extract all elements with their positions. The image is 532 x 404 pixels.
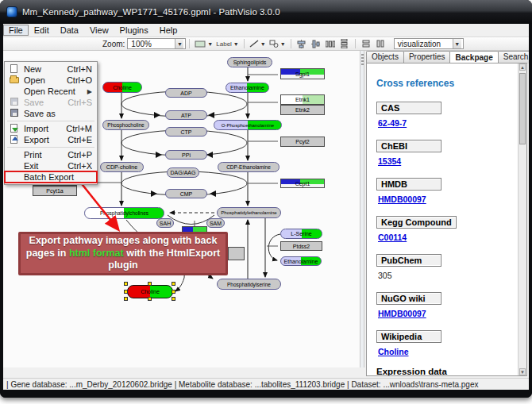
save-as-icon — [8, 109, 21, 118]
selection-handle[interactable] — [124, 282, 128, 286]
pathway-node-ppi[interactable]: PPi — [165, 150, 207, 160]
pathway-node-etnk2[interactable]: Etnk2 — [280, 105, 325, 115]
window-frame-bottom — [0, 390, 532, 398]
menu-item-open-recent[interactable]: Open Recent▶ — [5, 86, 97, 97]
zoom-combobox[interactable]: 100% ▼ — [127, 38, 186, 49]
distribute-vertical-icon — [340, 39, 349, 48]
menu-separator — [7, 121, 94, 121]
pathway-node-cmp[interactable]: CMP — [165, 189, 207, 198]
xref-header: PubChem — [376, 254, 441, 267]
menu-item-exit[interactable]: ExitCtrl+X — [5, 160, 97, 171]
panel-scroll-thumb[interactable] — [519, 73, 526, 144]
menu-item-new[interactable]: NewCtrl+N — [5, 63, 97, 75]
chevron-down-icon[interactable]: ▼ — [175, 39, 183, 48]
align-middle-button[interactable] — [310, 38, 322, 49]
menu-item-import[interactable]: ImportCtrl+M — [5, 123, 97, 134]
selection-handle[interactable] — [124, 297, 128, 301]
tab-properties[interactable]: Properties — [403, 51, 451, 63]
pathway-node-dag-aag[interactable]: DAG/AAG — [167, 167, 199, 178]
pathway-node-ethanolamine-top[interactable]: Ethanolamine — [226, 83, 269, 93]
pathway-node-ptdss2[interactable]: Ptdss2 — [280, 241, 322, 251]
xref-header: CAS — [376, 102, 441, 114]
stack-vertical-button[interactable] — [360, 38, 372, 49]
stack-horizontal-icon — [376, 40, 385, 48]
chevron-down-icon[interactable]: ▼ — [453, 39, 461, 48]
selection-handle[interactable] — [172, 282, 175, 286]
datanode-tool-button[interactable]: ▼ — [194, 38, 214, 49]
distribute-horizontal-button[interactable] — [324, 38, 337, 49]
menu-file[interactable]: File — [3, 25, 29, 36]
menu-item-print[interactable]: PrintCtrl+P — [5, 149, 97, 160]
menu-item-export[interactable]: ExportCtrl+E — [5, 134, 97, 145]
pathway-node-pcyt2[interactable]: Pcyt2 — [280, 137, 325, 147]
pathway-node-sam[interactable]: SAM — [206, 218, 225, 228]
xref-section-wikipedia: WikipediaCholine — [376, 329, 517, 356]
pathway-node-cdp-ethanolamine[interactable]: CDP-Ethanolamine — [218, 162, 279, 172]
pathway-node-choline-top[interactable]: Choline — [102, 82, 142, 93]
selection-handle[interactable] — [172, 297, 175, 301]
pathway-node-l-serine[interactable]: L-Serine — [280, 229, 322, 239]
xref-header: Kegg Compound — [376, 216, 457, 229]
xref-link[interactable]: Choline — [378, 347, 517, 356]
tab-objects[interactable]: Objects — [366, 51, 404, 63]
submenu-arrow-icon: ▶ — [87, 88, 92, 95]
pathway-node-cept1[interactable]: Cept1 — [280, 179, 325, 188]
xref-link[interactable]: HMDB00097 — [378, 309, 517, 318]
menu-plugins[interactable]: Plugins — [114, 25, 154, 36]
selection-handle[interactable] — [172, 290, 175, 294]
scroll-up-icon[interactable]: ▲ — [519, 63, 526, 71]
pathway-node-ethanolamine-bottom[interactable]: Ethanolamine — [280, 256, 322, 266]
scroll-down-icon[interactable]: ▼ — [519, 368, 526, 375]
menu-item-batch-export[interactable]: Batch Export — [5, 171, 97, 183]
tab-search[interactable]: Search — [498, 51, 529, 63]
label-tool-button[interactable]: Label ▼ — [215, 38, 240, 49]
pathway-node-phosphatidylcholines[interactable]: Phosphatidylcholines — [84, 207, 164, 219]
xref-section-hmdb: HMDBHMDB00097 — [376, 176, 517, 204]
import-icon — [8, 124, 21, 133]
shape-icon — [269, 40, 279, 48]
shape-tool-button[interactable]: ▼ — [268, 38, 287, 49]
xref-header: Wikipedia — [376, 330, 441, 343]
pathway-node-ctp[interactable]: CTP — [165, 127, 207, 137]
pathway-node-o-phosphoethanolamine[interactable]: O-Phosphoethanolamine — [214, 120, 282, 130]
pathway-node-phosphatidylserine[interactable]: Phosphatidylserine — [217, 279, 281, 290]
pathway-node-sgpl1[interactable]: Sgpl1 — [280, 68, 325, 79]
xref-link[interactable]: HMDB00097 — [378, 194, 517, 204]
selection-handle[interactable] — [148, 282, 152, 286]
toolbar: Zoom: 100% ▼ ▼ Label ▼ ▼ ▼ — [3, 37, 529, 51]
menubar: File Edit Data View Plugins Help — [3, 24, 529, 37]
menu-item-open[interactable]: OpenCtrl+O — [5, 75, 97, 86]
selection-handle[interactable] — [124, 290, 128, 294]
line-tool-button[interactable]: ▼ — [249, 38, 267, 49]
menu-edit[interactable]: Edit — [29, 25, 55, 36]
stack-horizontal-button[interactable] — [374, 38, 387, 49]
pathway-node-phosphocholine[interactable]: Phosphocholine — [102, 120, 149, 130]
pathway-node-atp[interactable]: ATP — [165, 110, 207, 120]
visualization-combobox[interactable]: visualization ▼ — [394, 38, 464, 49]
file-menu-popup: NewCtrl+N OpenCtrl+O Open Recent▶ SaveCt… — [4, 61, 98, 185]
menu-view[interactable]: View — [84, 25, 114, 36]
panel-vertical-scrollbar[interactable]: ▲ ▼ — [518, 63, 526, 375]
pathway-node-pcyt1a[interactable]: Pcyt1a — [33, 186, 77, 196]
tab-backpage[interactable]: Backpage — [449, 51, 498, 63]
pathway-node-phosphatidylethanolamine[interactable]: Phosphatidylethanolamine — [217, 207, 281, 218]
xref-link[interactable]: 62-49-7 — [378, 118, 517, 128]
align-center-button[interactable] — [295, 38, 308, 49]
pathway-node-cdp-choline[interactable]: CDP-choline — [100, 162, 144, 172]
distribute-vertical-button[interactable] — [338, 38, 351, 49]
pathway-node-sah[interactable]: SAH — [156, 218, 174, 228]
xref-link[interactable]: C00114 — [378, 233, 517, 242]
pathway-node-hidden-gene[interactable] — [228, 247, 245, 260]
menu-item-save-as[interactable]: Save as — [5, 108, 97, 119]
label-tool-text: Label — [216, 40, 232, 48]
xref-link[interactable]: 15354 — [378, 156, 517, 166]
pathway-node-adp[interactable]: ADP — [165, 88, 207, 98]
pathway-node-etnk1[interactable]: Etnk1 — [280, 94, 325, 105]
menu-data[interactable]: Data — [55, 25, 84, 36]
selection-handle[interactable] — [148, 297, 152, 301]
menu-help[interactable]: Help — [154, 25, 183, 36]
titlebar[interactable]: Mm_Kennedy_pathway_WP1771_45176.gpml - P… — [0, 0, 532, 24]
pathway-node-sphingolipids[interactable]: Sphingolipids — [227, 57, 272, 67]
xref-section-nugo-wiki: NuGO wikiHMDB00097 — [376, 290, 517, 318]
menu-separator — [7, 147, 94, 148]
